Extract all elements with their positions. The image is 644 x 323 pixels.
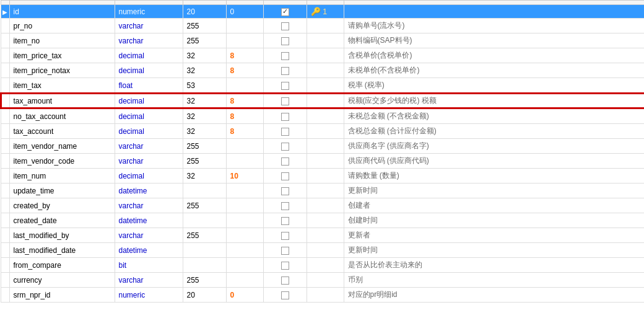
checkbox-icon[interactable] [281,82,289,90]
row-type: varchar [115,33,183,48]
row-size: 20 [183,5,226,19]
row-size: 255 [183,273,226,288]
row-type: datetime [115,184,183,198]
row-name: item_num [9,169,115,184]
checkbox-icon[interactable] [281,187,289,195]
table-row[interactable]: currencyvarchar255币别 [1,273,644,288]
table-row[interactable]: tax_accountdecimal328含税总金额 (合计应付金额) [1,124,644,139]
row-type: numeric [115,5,183,19]
row-comment: 更新时间 [344,184,644,198]
checkbox-icon[interactable] [281,143,289,151]
row-notnull [263,273,307,288]
row-name: item_price_notax [9,63,115,78]
row-key [307,243,344,258]
header-name[interactable] [9,1,115,5]
row-name: update_time [9,184,115,198]
checkbox-icon[interactable] [281,232,289,240]
table-row[interactable]: item_taxfloat53税率 (税率) [1,78,644,94]
table-row[interactable]: from_comparebit是否从比价表主动来的 [1,258,644,273]
row-key [307,93,344,108]
checkbox-icon[interactable] [281,157,289,166]
row-key [307,33,344,48]
row-arrow-cell [1,184,9,198]
table-row[interactable]: pr_novarchar255请购单号(流水号) [1,19,644,33]
row-scale [226,273,263,288]
checkbox-icon[interactable] [281,128,289,136]
row-size: 32 [183,93,226,108]
row-notnull [263,243,307,258]
checkbox-icon[interactable] [281,37,289,45]
table-row[interactable]: item_price_notaxdecimal328未税单价(不含税单价) [1,63,644,78]
checkbox-icon[interactable] [281,172,289,180]
row-name: no_tax_account [9,108,115,124]
row-size: 20 [183,288,226,303]
checkbox-icon[interactable] [281,8,289,16]
table-row[interactable]: item_numdecimal3210请购数量 (数量) [1,169,644,184]
checkbox-icon[interactable] [281,97,289,105]
header-notnull[interactable] [263,1,307,5]
checkbox-icon[interactable] [281,67,289,75]
table-row[interactable]: no_tax_accountdecimal328未税总金额 (不含税金额) [1,108,644,124]
row-key [307,63,344,78]
row-key [307,139,344,154]
table-row[interactable]: srm_npr_idnumeric200对应的pr明细id [1,288,644,303]
key-icon: 🔑 1 [311,7,328,16]
row-name: item_no [9,33,115,48]
row-scale: 8 [226,48,263,63]
table-row[interactable]: item_price_taxdecimal328含税单价(含税单价) [1,48,644,63]
row-name: from_compare [9,258,115,273]
header-type[interactable] [115,1,183,5]
row-size: 255 [183,19,226,33]
table-row[interactable]: update_timedatetime更新时间 [1,184,644,198]
table-body: ▶idnumeric200🔑 1pr_novarchar255请购单号(流水号)… [1,5,644,303]
row-key [307,213,344,228]
row-notnull [263,63,307,78]
table-row[interactable]: last_modified_byvarchar255更新者 [1,228,644,243]
row-comment: 未税总金额 (不含税金额) [344,108,644,124]
row-name: tax_account [9,124,115,139]
table-row[interactable]: created_byvarchar255创建者 [1,198,644,213]
checkbox-icon[interactable] [281,52,289,60]
row-scale: 8 [226,63,263,78]
row-type: decimal [115,48,183,63]
table-row[interactable]: item_vendor_codevarchar255供应商代码 (供应商代码) [1,154,644,169]
table-row[interactable]: item_novarchar255物料编码(SAP料号) [1,33,644,48]
row-notnull [263,33,307,48]
checkbox-icon[interactable] [281,202,289,210]
checkbox-icon[interactable] [281,113,289,121]
table-row[interactable]: tax_amountdecimal328税额(应交多少钱的税) 税额 [1,93,644,108]
row-notnull [263,169,307,184]
header-size[interactable] [183,1,226,5]
row-type: decimal [115,63,183,78]
checkbox-icon[interactable] [281,217,289,225]
row-notnull [263,78,307,94]
row-comment [344,5,644,19]
table-row[interactable]: last_modified_datedatetime更新时间 [1,243,644,258]
row-size: 255 [183,228,226,243]
row-comment: 请购数量 (数量) [344,169,644,184]
row-scale [226,154,263,169]
row-comment: 税率 (税率) [344,78,644,94]
row-comment: 供应商代码 (供应商代码) [344,154,644,169]
table-row[interactable]: ▶idnumeric200🔑 1 [1,5,644,19]
row-type: bit [115,258,183,273]
checkbox-icon[interactable] [281,262,289,270]
row-size: 32 [183,63,226,78]
header-comment[interactable] [344,1,644,5]
row-type: numeric [115,288,183,303]
header-scale[interactable] [226,1,263,5]
row-size [183,184,226,198]
database-table-view[interactable]: ▶idnumeric200🔑 1pr_novarchar255请购单号(流水号)… [0,0,644,323]
checkbox-icon[interactable] [281,22,289,30]
checkbox-icon[interactable] [281,277,289,285]
row-name: id [9,5,115,19]
checkbox-icon[interactable] [281,247,289,255]
table-row[interactable]: created_datedatetime创建时间 [1,213,644,228]
header-key[interactable] [307,1,344,5]
table-row[interactable]: item_vendor_namevarchar255供应商名字 (供应商名字) [1,139,644,154]
row-key [307,78,344,94]
row-notnull [263,48,307,63]
row-scale: 8 [226,108,263,124]
row-type: varchar [115,139,183,154]
checkbox-icon[interactable] [281,291,289,299]
